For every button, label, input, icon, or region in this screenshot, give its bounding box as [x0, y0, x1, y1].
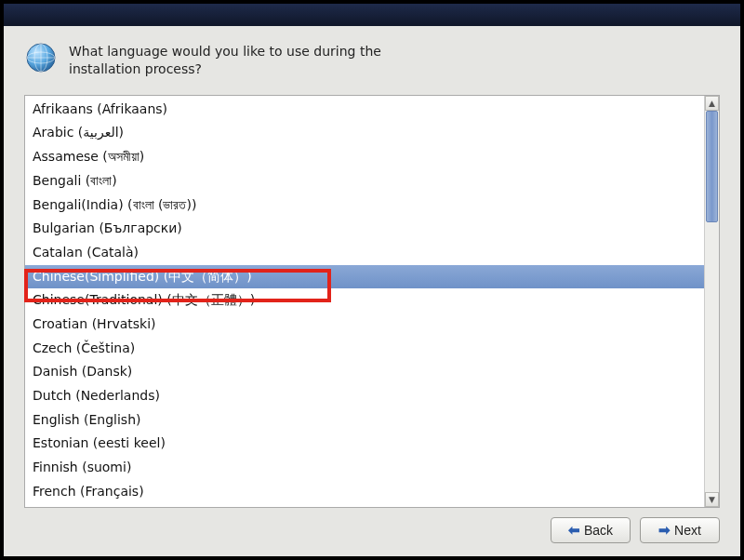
back-button[interactable]: ⬅ Back — [551, 517, 631, 543]
language-option[interactable]: Danish (Dansk) — [25, 360, 704, 384]
next-button[interactable]: ➡ Next — [640, 517, 720, 543]
language-option[interactable]: Bengali (বাংলা) — [25, 169, 704, 193]
prompt-text: What language would you like to use duri… — [69, 41, 381, 78]
content-area: What language would you like to use duri… — [4, 26, 740, 556]
button-row: ⬅ Back ➡ Next — [24, 508, 720, 545]
window-titlebar — [4, 4, 740, 26]
language-option[interactable]: Czech (Čeština) — [25, 337, 704, 361]
language-option[interactable]: Croatian (Hrvatski) — [25, 313, 704, 337]
language-option[interactable]: Estonian (eesti keel) — [25, 432, 704, 456]
prompt-row: What language would you like to use duri… — [24, 41, 720, 78]
language-option[interactable]: Dutch (Nederlands) — [25, 384, 704, 408]
language-list-container: Afrikaans (Afrikaans)Arabic (العربية)Ass… — [24, 95, 720, 508]
chevron-down-icon: ▼ — [709, 495, 715, 504]
language-option[interactable]: Bengali(India) (বাংলা (ভারত)) — [25, 193, 704, 218]
arrow-right-icon: ➡ — [658, 522, 671, 539]
language-option[interactable]: Finnish (suomi) — [25, 456, 704, 480]
scrollbar-track[interactable] — [705, 111, 719, 492]
scrollbar-thumb[interactable] — [706, 111, 718, 222]
language-option[interactable]: Chinese(Simplified) (中文（简体）) — [25, 265, 704, 289]
back-button-label: Back — [584, 523, 613, 538]
scrollbar-up-button[interactable]: ▲ — [705, 96, 719, 111]
language-option[interactable]: Catalan (Català) — [25, 241, 704, 265]
language-option[interactable]: Arabic (العربية) — [25, 121, 704, 145]
globe-icon — [24, 41, 58, 74]
language-option[interactable]: English (English) — [25, 408, 704, 433]
language-list[interactable]: Afrikaans (Afrikaans)Arabic (العربية)Ass… — [25, 96, 704, 507]
chevron-up-icon: ▲ — [709, 99, 715, 108]
arrow-left-icon: ⬅ — [568, 522, 580, 539]
next-button-label: Next — [674, 523, 701, 538]
language-option[interactable]: Bulgarian (Български) — [25, 217, 704, 241]
scrollbar-down-button[interactable]: ▼ — [705, 492, 719, 507]
language-option[interactable]: Assamese (অসমীয়া) — [25, 145, 704, 169]
language-option[interactable]: Afrikaans (Afrikaans) — [25, 98, 704, 122]
scrollbar[interactable]: ▲ ▼ — [704, 96, 719, 507]
language-option[interactable]: Chinese(Traditional) (中文（正體）) — [25, 288, 704, 313]
language-option[interactable]: French (Français) — [25, 480, 704, 504]
installer-window: What language would you like to use duri… — [4, 4, 740, 556]
